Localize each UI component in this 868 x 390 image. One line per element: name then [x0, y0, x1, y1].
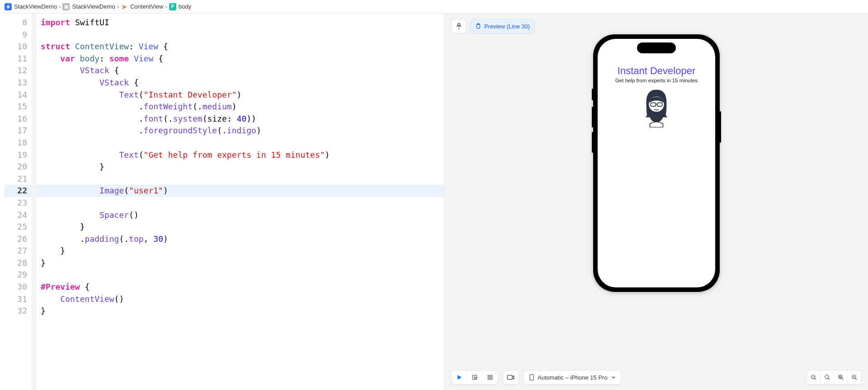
- zoom-out-button[interactable]: [807, 371, 821, 384]
- property-icon: P: [169, 3, 176, 10]
- live-preview-button[interactable]: [452, 371, 467, 384]
- zoom-out-icon: [811, 374, 817, 381]
- play-icon: [456, 374, 462, 381]
- svg-rect-15: [530, 375, 533, 380]
- chevron-right-icon: ›: [59, 3, 61, 10]
- device-screen[interactable]: Instant Developer Get help from experts …: [598, 39, 715, 287]
- variants-preview-button[interactable]: [482, 371, 498, 384]
- cursor-rect-icon: [472, 374, 478, 381]
- clipboard-icon: [475, 23, 481, 29]
- zoom-group: [807, 370, 862, 385]
- zoom-actual-button[interactable]: [821, 371, 834, 384]
- svg-rect-8: [488, 375, 490, 377]
- crumb-symbol-label: body: [179, 3, 191, 10]
- code-area[interactable]: import SwiftUI struct ContentView: View …: [36, 14, 444, 390]
- svg-rect-9: [491, 375, 492, 377]
- crumb-folder[interactable]: ▤ StackViewDemo: [62, 3, 115, 10]
- preview-canvas: Preview (Line 30) Instant Developer Get …: [445, 14, 868, 390]
- svg-rect-11: [491, 378, 492, 380]
- svg-rect-10: [488, 378, 490, 380]
- grid-icon: [487, 374, 493, 381]
- pin-preview-button[interactable]: [451, 19, 467, 33]
- zoom-100-icon: [824, 374, 830, 381]
- device-settings-button[interactable]: [503, 370, 519, 385]
- device-settings-icon: [507, 374, 515, 381]
- phone-icon: [529, 374, 534, 381]
- crumb-file[interactable]: ➤ ContentView: [121, 3, 163, 10]
- breadcrumb: ⨳ StackViewDemo › ▤ StackViewDemo › ➤ Co…: [0, 0, 868, 14]
- chevron-down-icon: [611, 375, 616, 380]
- svg-rect-12: [508, 376, 513, 380]
- svg-point-19: [825, 375, 828, 379]
- selectable-preview-button[interactable]: [467, 371, 482, 384]
- svg-rect-23: [840, 376, 841, 378]
- zoom-in-icon: [851, 374, 858, 381]
- device-picker-button[interactable]: Automatic – iPhone 15 Pro: [524, 370, 622, 385]
- preview-selector-button[interactable]: Preview (Line 30): [470, 19, 535, 33]
- crumb-project-label: StackViewDemo: [14, 3, 57, 10]
- folder-icon: ▤: [62, 3, 70, 10]
- crumb-folder-label: StackViewDemo: [72, 3, 115, 10]
- swift-file-icon: ➤: [121, 3, 128, 10]
- crumb-project[interactable]: ⨳ StackViewDemo: [5, 3, 57, 10]
- svg-line-22: [841, 378, 843, 380]
- line-number-gutter: 8910111213141516171819202122232425262728…: [0, 14, 32, 390]
- svg-marker-6: [458, 375, 461, 379]
- chevron-right-icon: ›: [165, 3, 167, 10]
- device-picker-label: Automatic – iPhone 15 Pro: [538, 374, 608, 381]
- fold-ribbon[interactable]: [32, 14, 36, 390]
- svg-line-17: [814, 378, 816, 380]
- svg-point-14: [513, 378, 514, 379]
- zoom-fit-button[interactable]: [834, 371, 848, 384]
- zoom-in-button[interactable]: [848, 371, 861, 384]
- crumb-symbol[interactable]: P body: [169, 3, 191, 10]
- svg-point-13: [513, 376, 514, 377]
- pin-icon: [455, 23, 462, 30]
- svg-line-20: [828, 378, 830, 380]
- zoom-fit-icon: [838, 374, 844, 381]
- preview-selector-label: Preview (Line 30): [484, 23, 530, 30]
- app-title-text: Instant Developer: [598, 65, 715, 77]
- project-icon: ⨳: [5, 3, 12, 10]
- chevron-right-icon: ›: [117, 3, 119, 10]
- app-avatar-image: [598, 87, 715, 127]
- svg-line-25: [855, 378, 857, 380]
- device-frame: Instant Developer Get help from experts …: [593, 34, 720, 292]
- dynamic-island: [637, 42, 676, 53]
- code-editor[interactable]: 8910111213141516171819202122232425262728…: [0, 14, 445, 390]
- svg-point-21: [838, 375, 842, 379]
- crumb-file-label: ContentView: [130, 3, 163, 10]
- app-subtitle-text: Get help from experts in 15 minutes: [598, 78, 715, 83]
- preview-mode-group: [451, 370, 498, 385]
